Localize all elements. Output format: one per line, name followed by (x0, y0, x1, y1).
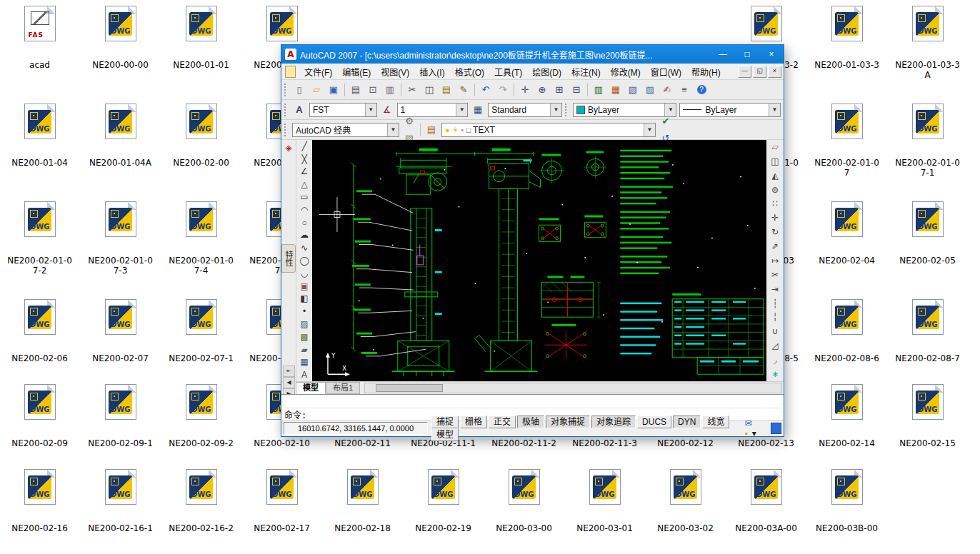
match-properties-icon[interactable]: ✎ (455, 81, 472, 99)
desktop-icon[interactable]: DWG NE200-02-09-1 (87, 384, 154, 448)
plot-icon[interactable]: ▤ (347, 81, 364, 99)
menu-视图V[interactable]: 视图(V) (376, 64, 414, 79)
status-menu-arrow[interactable]: ▾ (752, 428, 756, 438)
menu-帮助H[interactable]: 帮助(H) (686, 64, 726, 79)
workspace-combo[interactable]: AutoCAD 经典▼ (292, 123, 399, 137)
toolbar-grip[interactable] (565, 104, 569, 116)
polyline-icon[interactable]: ∠ (296, 166, 312, 178)
status-toggle-对象追踪[interactable]: 对象追踪 (591, 416, 636, 428)
table-style-icon[interactable]: ▦ (469, 101, 486, 119)
line-icon[interactable]: ╱ (296, 140, 312, 153)
desktop-icon[interactable]: DWG NE200-02-05 (894, 201, 961, 266)
menu-格式O[interactable]: 格式(O) (450, 64, 489, 79)
desktop-icon[interactable]: DWG NE200-02-16 (6, 469, 73, 533)
extend-icon[interactable]: ⇥ (767, 282, 783, 296)
workspace-settings-icon[interactable]: ⚙ (401, 113, 418, 130)
menu-工具T[interactable]: 工具(T) (489, 64, 527, 79)
menu-插入I[interactable]: 插入(I) (414, 64, 449, 79)
ellipse-arc-icon[interactable]: ◡ (296, 267, 312, 280)
circle-icon[interactable]: ○ (296, 216, 312, 229)
table-style-combo[interactable]: Standard▼ (488, 103, 562, 117)
desktop-icon[interactable]: DWG NE200-03-00 (491, 469, 557, 533)
desktop-icon[interactable]: DWG NE200-02-06 (6, 299, 73, 363)
chamfer-icon[interactable]: ◿ (767, 338, 783, 353)
menu-编辑E[interactable]: 编辑(E) (337, 64, 376, 79)
mtext-icon[interactable]: A (296, 368, 312, 381)
desktop-icon[interactable]: DWG NE200-03A-00 (733, 469, 799, 533)
tab-layout1[interactable]: 布局1 (326, 382, 360, 394)
status-toggle-捕捉[interactable]: 捕捉 (431, 416, 459, 428)
help-icon[interactable]: ? (693, 81, 710, 99)
desktop-icon[interactable]: DWG NE200-02-01-07-3 (87, 201, 154, 276)
desktop-icon[interactable]: DWG NE200-01-04 (6, 104, 73, 168)
status-toggle-极轴[interactable]: 极轴 (517, 416, 544, 428)
menu-标注N[interactable]: 标注(N) (566, 64, 606, 79)
combo-arrow-icon[interactable]: ▼ (644, 124, 655, 136)
markup-set-manager-icon[interactable]: ✍ (659, 81, 676, 99)
zoom-realtime-icon[interactable]: ⊕ (534, 81, 551, 99)
status-toggle-对象捕捉[interactable]: 对象捕捉 (546, 416, 590, 428)
region-icon[interactable]: ▰ (296, 343, 312, 356)
desktop-icon[interactable]: DWG NE200-00-00 (87, 6, 154, 70)
publish-icon[interactable]: ▥ (381, 81, 399, 99)
trim-icon[interactable]: ✂ (767, 268, 783, 282)
desktop-icon[interactable]: FASacad (6, 6, 73, 70)
gradient-icon[interactable]: ▩ (296, 331, 312, 343)
mdi-restore-button[interactable]: ◱ (753, 66, 766, 78)
properties-palette-tab[interactable]: 特性 (281, 244, 296, 273)
move-icon[interactable]: ✛ (767, 211, 783, 225)
text-style-combo[interactable]: FST▼ (309, 103, 377, 117)
paste-icon[interactable]: ▤ (438, 81, 455, 99)
horizontal-scrollbar[interactable] (364, 383, 782, 393)
combo-arrow-icon[interactable]: ▼ (769, 104, 780, 116)
desktop-icon[interactable]: DWG NE200-01-04A (87, 104, 154, 168)
zoom-window-icon[interactable]: ⊞ (551, 81, 568, 99)
maximize-button[interactable]: □ (735, 45, 759, 64)
rotate-icon[interactable]: ↻ (767, 225, 783, 239)
explode-icon[interactable]: ∗ (767, 367, 783, 381)
mdi-close-button[interactable]: × (768, 66, 781, 78)
desktop-icon[interactable]: DWG NE200-02-17 (249, 469, 315, 533)
spline-icon[interactable]: ∿ (296, 241, 312, 254)
desktop-icon[interactable]: DWG NE200-02-01-07-4 (168, 201, 234, 276)
construction-line-icon[interactable]: ╳ (296, 153, 312, 166)
combo-arrow-icon[interactable]: ▼ (456, 104, 467, 116)
menu-文件F[interactable]: 文件(F) (299, 64, 337, 79)
menu-修改M[interactable]: 修改(M) (606, 64, 646, 79)
make-block-icon[interactable]: ◧ (296, 293, 312, 306)
layer-combo[interactable]: ●☀▪□ TEXT▼ (441, 123, 656, 137)
desktop-icon[interactable]: DWG NE200-03-02 (652, 469, 719, 533)
toolbar-grip[interactable] (284, 104, 288, 116)
minimize-button[interactable]: — (711, 45, 735, 64)
tab-model[interactable]: 模型 (296, 382, 326, 394)
plot-preview-icon[interactable]: ⊡ (364, 81, 381, 99)
close-button[interactable]: × (759, 45, 784, 64)
quickcalc-icon[interactable]: ≡ (676, 81, 693, 99)
sheet-set-manager-icon[interactable]: ▨ (641, 81, 659, 99)
layer-color-swatch[interactable]: □ (466, 126, 471, 134)
table-icon[interactable]: ▦ (296, 356, 312, 369)
desktop-icon[interactable]: DWG NE200-02-09-2 (168, 384, 234, 448)
cut-icon[interactable]: ✂ (404, 81, 421, 99)
text-style-icon[interactable]: A (291, 101, 308, 119)
desktop-icon[interactable]: DWG NE200-02-16-1 (87, 469, 154, 533)
break-icon[interactable]: ╎ (767, 311, 783, 325)
menu-绘图D[interactable]: 绘图(D) (527, 64, 566, 79)
desktop-icon[interactable]: DWG NE200-02-15 (894, 384, 961, 448)
tool-palettes-icon[interactable]: ▧ (624, 81, 641, 99)
insert-block-icon[interactable]: ▣ (296, 280, 312, 293)
toolbar-grip[interactable] (284, 84, 288, 96)
pan-icon[interactable]: ✛ (516, 81, 534, 99)
status-toggle-模型[interactable]: 模型 (431, 428, 459, 441)
desktop-icon[interactable]: DWG NE200-03B-00 (814, 469, 880, 533)
communication-center-icon[interactable]: ✉ (745, 418, 752, 428)
ellipse-icon[interactable]: ◯ (296, 254, 312, 267)
desktop-icon[interactable]: DWG NE200-02-04 (814, 201, 880, 266)
status-toggle-正交[interactable]: 正交 (489, 416, 516, 428)
clean-screen-button[interactable] (771, 423, 781, 434)
menu-窗口W[interactable]: 窗口(W) (646, 64, 686, 79)
desktop-icon[interactable]: DWG NE200-02-01-07 (814, 104, 880, 178)
break-at-point-icon[interactable]: ┆ (767, 296, 783, 311)
desktop-icon[interactable]: DWG NE200-02-09 (6, 384, 73, 448)
layer-on-bulb-icon[interactable]: ● (445, 126, 450, 134)
